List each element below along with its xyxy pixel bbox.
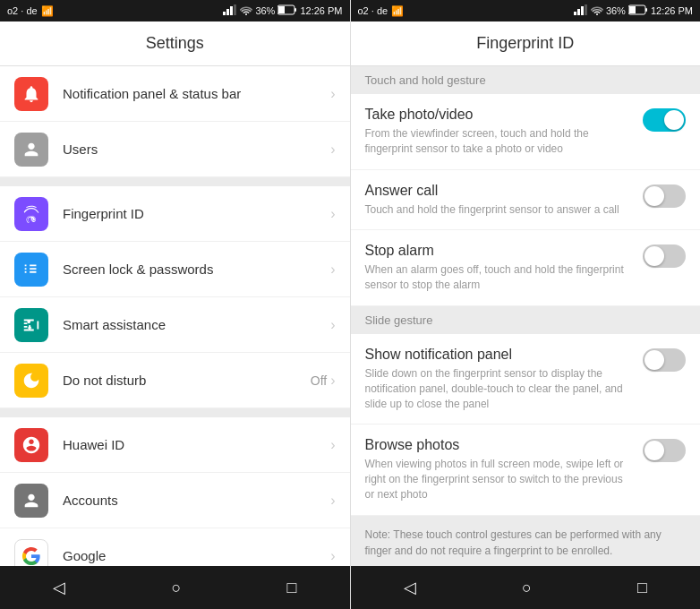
settings-item-accounts[interactable]: Accounts ›: [0, 473, 350, 528]
svg-rect-3: [234, 4, 236, 15]
google-chevron: ›: [330, 548, 335, 564]
browse-photos-desc: When viewing photos in full screen mode,…: [365, 457, 633, 502]
accounts-icon: [14, 484, 48, 518]
battery-icon: [277, 4, 297, 17]
settings-item-google[interactable]: Google ›: [0, 528, 350, 566]
answer-call-text: Answer call Touch and hold the fingerpri…: [365, 183, 633, 218]
google-icon: [14, 539, 48, 567]
accounts-label: Accounts: [63, 493, 330, 508]
settings-item-notification[interactable]: Notification panel & status bar ›: [0, 66, 350, 122]
divider-1: [0, 177, 350, 186]
dnd-value: Off: [311, 373, 327, 388]
screenlock-chevron: ›: [330, 262, 335, 278]
dnd-text: Do not disturb: [63, 373, 311, 388]
fingerprint-icon-left: [14, 197, 48, 231]
fingerprint-note: Note: These touch control gestures can b…: [351, 516, 701, 566]
browse-photos-title: Browse photos: [365, 437, 633, 453]
svg-rect-8: [577, 9, 580, 15]
svg-rect-2: [230, 6, 233, 15]
take-photo-title: Take photo/video: [365, 107, 633, 123]
stop-alarm-desc: When an alarm goes off, touch and hold t…: [365, 262, 633, 293]
slide-gesture-header: Slide gesture: [351, 306, 701, 334]
home-button-left[interactable]: ○: [149, 571, 202, 605]
wifi-icon: [240, 5, 252, 17]
recent-button-left[interactable]: □: [266, 571, 319, 605]
back-button-left[interactable]: ◁: [31, 570, 87, 605]
right-carrier: o2 · de: [358, 5, 388, 16]
smartassist-label: Smart assistance: [63, 317, 330, 332]
svg-rect-13: [645, 8, 647, 12]
browse-photos-toggle[interactable]: [643, 439, 686, 462]
svg-rect-0: [223, 12, 226, 15]
left-status-bar: o2 · de 📶 36% 12:26 PM: [0, 0, 350, 21]
users-text: Users: [63, 142, 330, 157]
screenlock-icon: [14, 253, 48, 287]
screenlock-text: Screen lock & passwords: [63, 262, 330, 277]
stop-alarm-toggle[interactable]: [643, 244, 686, 268]
left-top-bar: Settings: [0, 21, 350, 66]
settings-item-dnd[interactable]: Do not disturb Off ›: [0, 353, 350, 408]
smartassist-text: Smart assistance: [63, 317, 330, 332]
take-photo-text: Take photo/video From the viewfinder scr…: [365, 107, 633, 157]
accounts-chevron: ›: [330, 493, 335, 509]
settings-item-screenlock[interactable]: Screen lock & passwords ›: [0, 242, 350, 297]
recent-button-right[interactable]: □: [616, 571, 669, 605]
huaweiid-text: Huawei ID: [63, 437, 330, 452]
take-photo-toggle[interactable]: [643, 108, 686, 132]
right-status-left: o2 · de 📶: [358, 5, 405, 17]
carrier-text: o2 · de: [7, 5, 38, 16]
right-signal-icon: [574, 4, 588, 17]
users-label: Users: [63, 142, 330, 157]
notification-chevron: ›: [330, 86, 335, 102]
left-status-right: 36% 12:26 PM: [223, 4, 342, 17]
settings-item-fingerprint[interactable]: Fingerprint ID ›: [0, 186, 350, 242]
smartassist-icon: [14, 308, 48, 342]
take-photo-desc: From the viewfinder screen, touch and ho…: [365, 126, 633, 157]
stop-alarm-text: Stop alarm When an alarm goes off, touch…: [365, 243, 633, 293]
stop-alarm-item: Stop alarm When an alarm goes off, touch…: [351, 230, 701, 306]
divider-2: [0, 408, 350, 417]
battery-percent: 36%: [255, 5, 275, 16]
fingerprint-label: Fingerprint ID: [63, 206, 330, 221]
show-notification-toggle[interactable]: [643, 348, 686, 372]
browse-photos-text: Browse photos When viewing photos in ful…: [365, 437, 633, 502]
show-notification-item: Show notification panel Slide down on th…: [351, 334, 701, 425]
take-photo-item: Take photo/video From the viewfinder scr…: [351, 94, 701, 170]
huaweiid-icon: [14, 428, 48, 462]
screenlock-label: Screen lock & passwords: [63, 262, 330, 277]
fingerprint-text: Fingerprint ID: [63, 206, 330, 221]
dnd-label: Do not disturb: [63, 373, 311, 388]
settings-item-users[interactable]: Users ›: [0, 122, 350, 177]
home-button-right[interactable]: ○: [500, 571, 553, 605]
fingerprint-content: Touch and hold gesture Take photo/video …: [351, 66, 701, 566]
svg-rect-5: [278, 6, 285, 13]
svg-rect-1: [226, 9, 229, 15]
right-status-right: 36% 12:26 PM: [574, 4, 693, 17]
users-chevron: ›: [330, 142, 335, 158]
answer-call-desc: Touch and hold the fingerprint sensor to…: [365, 202, 633, 218]
huaweiid-label: Huawei ID: [63, 437, 330, 452]
left-panel: o2 · de 📶 36% 12:26 PM Settings: [0, 0, 350, 609]
stop-alarm-title: Stop alarm: [365, 243, 633, 259]
back-button-right[interactable]: ◁: [382, 570, 438, 605]
right-panel: o2 · de 📶 36% 12:26 PM Fingerprint ID To…: [350, 0, 701, 609]
answer-call-toggle[interactable]: [643, 184, 686, 208]
left-title: Settings: [146, 34, 204, 53]
time-left: 12:26 PM: [300, 5, 342, 16]
right-battery-icon: [628, 4, 648, 17]
svg-rect-12: [629, 6, 636, 13]
sim-icon: 📶: [41, 5, 54, 17]
settings-list: Notification panel & status bar › Users …: [0, 66, 350, 566]
dnd-chevron: ›: [330, 373, 335, 389]
settings-item-huaweiid[interactable]: Huawei ID ›: [0, 417, 350, 473]
dnd-icon: [14, 364, 48, 398]
show-notification-desc: Slide down on the fingerprint sensor to …: [365, 366, 633, 411]
answer-call-item: Answer call Touch and hold the fingerpri…: [351, 170, 701, 231]
settings-item-smartassist[interactable]: Smart assistance ›: [0, 297, 350, 353]
svg-rect-7: [574, 12, 576, 15]
accounts-text: Accounts: [63, 493, 330, 508]
fingerprint-chevron: ›: [330, 206, 335, 222]
google-text: Google: [63, 548, 330, 563]
notification-icon: [14, 77, 48, 111]
show-notification-title: Show notification panel: [365, 347, 633, 363]
